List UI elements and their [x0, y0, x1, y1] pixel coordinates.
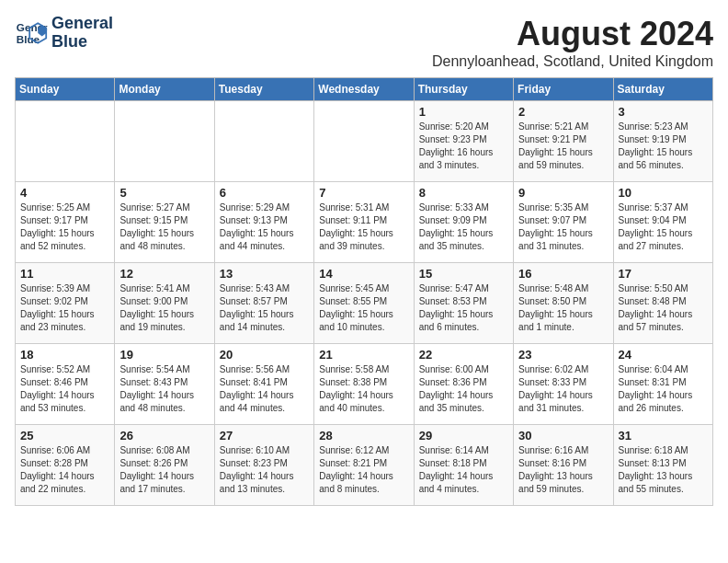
calendar-cell-w1-d2: [115, 101, 214, 182]
day-number: 13: [220, 267, 309, 281]
day-number: 21: [319, 348, 408, 362]
week-row-4: 18Sunrise: 5:52 AM Sunset: 8:46 PM Dayli…: [16, 344, 713, 425]
day-number: 14: [319, 267, 408, 281]
day-detail: Sunrise: 6:18 AM Sunset: 8:13 PM Dayligh…: [619, 444, 708, 496]
week-row-1: 1Sunrise: 5:20 AM Sunset: 9:23 PM Daylig…: [16, 101, 713, 182]
day-number: 29: [419, 429, 508, 442]
day-detail: Sunrise: 6:00 AM Sunset: 8:36 PM Dayligh…: [419, 363, 508, 415]
title-month: August 2024: [432, 15, 713, 53]
day-detail: Sunrise: 6:04 AM Sunset: 8:31 PM Dayligh…: [619, 363, 708, 415]
calendar-cell-w1-d6: 2Sunrise: 5:21 AM Sunset: 9:21 PM Daylig…: [514, 101, 613, 182]
calendar-cell-w5-d3: 27Sunrise: 6:10 AM Sunset: 8:23 PM Dayli…: [214, 425, 313, 506]
day-number: 31: [619, 429, 708, 442]
calendar-cell-w3-d1: 11Sunrise: 5:39 AM Sunset: 9:02 PM Dayli…: [16, 263, 115, 344]
day-detail: Sunrise: 5:27 AM Sunset: 9:15 PM Dayligh…: [119, 201, 209, 253]
day-detail: Sunrise: 5:50 AM Sunset: 8:48 PM Dayligh…: [619, 282, 708, 334]
day-number: 5: [119, 186, 209, 200]
day-detail: Sunrise: 5:58 AM Sunset: 8:38 PM Dayligh…: [319, 363, 408, 415]
calendar-cell-w3-d7: 17Sunrise: 5:50 AM Sunset: 8:48 PM Dayli…: [613, 263, 712, 344]
day-detail: Sunrise: 5:39 AM Sunset: 9:02 PM Dayligh…: [20, 282, 109, 334]
day-number: 28: [319, 429, 408, 442]
day-detail: Sunrise: 6:12 AM Sunset: 8:21 PM Dayligh…: [319, 444, 408, 496]
calendar-cell-w5-d2: 26Sunrise: 6:08 AM Sunset: 8:26 PM Dayli…: [115, 425, 214, 506]
calendar-cell-w2-d5: 8Sunrise: 5:33 AM Sunset: 9:09 PM Daylig…: [414, 182, 513, 263]
day-detail: Sunrise: 5:23 AM Sunset: 9:19 PM Dayligh…: [619, 121, 708, 172]
calendar-cell-w5-d5: 29Sunrise: 6:14 AM Sunset: 8:18 PM Dayli…: [414, 425, 513, 506]
day-detail: Sunrise: 5:20 AM Sunset: 9:23 PM Dayligh…: [419, 121, 508, 172]
week-row-3: 11Sunrise: 5:39 AM Sunset: 9:02 PM Dayli…: [16, 263, 713, 344]
calendar-cell-w1-d7: 3Sunrise: 5:23 AM Sunset: 9:19 PM Daylig…: [613, 101, 712, 182]
day-number: 3: [619, 105, 708, 119]
day-detail: Sunrise: 5:45 AM Sunset: 8:55 PM Dayligh…: [319, 282, 408, 334]
day-detail: Sunrise: 5:43 AM Sunset: 8:57 PM Dayligh…: [220, 282, 309, 334]
calendar-cell-w2-d2: 5Sunrise: 5:27 AM Sunset: 9:15 PM Daylig…: [115, 182, 214, 263]
calendar-cell-w3-d5: 15Sunrise: 5:47 AM Sunset: 8:53 PM Dayli…: [414, 263, 513, 344]
calendar-cell-w4-d5: 22Sunrise: 6:00 AM Sunset: 8:36 PM Dayli…: [414, 344, 513, 425]
day-detail: Sunrise: 5:41 AM Sunset: 9:00 PM Dayligh…: [119, 282, 209, 334]
header-row: Sunday Monday Tuesday Wednesday Thursday…: [16, 78, 713, 101]
day-detail: Sunrise: 6:06 AM Sunset: 8:28 PM Dayligh…: [20, 444, 109, 496]
title-block: August 2024 Dennyloanhead, Scotland, Uni…: [432, 15, 713, 70]
calendar-cell-w4-d2: 19Sunrise: 5:54 AM Sunset: 8:43 PM Dayli…: [115, 344, 214, 425]
day-number: 16: [518, 267, 608, 281]
calendar-cell-w3-d3: 13Sunrise: 5:43 AM Sunset: 8:57 PM Dayli…: [214, 263, 313, 344]
calendar-cell-w5-d7: 31Sunrise: 6:18 AM Sunset: 8:13 PM Dayli…: [613, 425, 712, 506]
day-number: 1: [419, 105, 508, 119]
calendar-cell-w3-d6: 16Sunrise: 5:48 AM Sunset: 8:50 PM Dayli…: [514, 263, 613, 344]
logo-text: General Blue: [51, 15, 113, 52]
calendar-cell-w4-d7: 24Sunrise: 6:04 AM Sunset: 8:31 PM Dayli…: [613, 344, 712, 425]
calendar-cell-w5-d6: 30Sunrise: 6:16 AM Sunset: 8:16 PM Dayli…: [514, 425, 613, 506]
day-detail: Sunrise: 5:31 AM Sunset: 9:11 PM Dayligh…: [319, 201, 408, 253]
day-detail: Sunrise: 5:56 AM Sunset: 8:41 PM Dayligh…: [220, 363, 309, 415]
logo: General Blue General Blue: [15, 15, 113, 52]
calendar-cell-w2-d7: 10Sunrise: 5:37 AM Sunset: 9:04 PM Dayli…: [613, 182, 712, 263]
week-row-2: 4Sunrise: 5:25 AM Sunset: 9:17 PM Daylig…: [16, 182, 713, 263]
day-number: 18: [20, 348, 109, 362]
day-detail: Sunrise: 6:02 AM Sunset: 8:33 PM Dayligh…: [518, 363, 608, 415]
day-detail: Sunrise: 5:54 AM Sunset: 8:43 PM Dayligh…: [119, 363, 209, 415]
day-number: 19: [119, 348, 209, 362]
day-detail: Sunrise: 5:29 AM Sunset: 9:13 PM Dayligh…: [220, 201, 309, 253]
header-sunday: Sunday: [16, 78, 115, 101]
header-saturday: Saturday: [613, 78, 712, 101]
day-number: 11: [20, 267, 109, 281]
day-detail: Sunrise: 6:10 AM Sunset: 8:23 PM Dayligh…: [220, 444, 309, 496]
title-location: Dennyloanhead, Scotland, United Kingdom: [432, 53, 713, 70]
day-number: 17: [619, 267, 708, 281]
calendar-cell-w4-d3: 20Sunrise: 5:56 AM Sunset: 8:41 PM Dayli…: [214, 344, 313, 425]
logo-line2: Blue: [51, 33, 113, 52]
day-number: 6: [220, 186, 309, 200]
day-detail: Sunrise: 5:35 AM Sunset: 9:07 PM Dayligh…: [518, 201, 608, 253]
day-number: 10: [619, 186, 708, 200]
header-tuesday: Tuesday: [214, 78, 313, 101]
day-number: 15: [419, 267, 508, 281]
day-detail: Sunrise: 6:16 AM Sunset: 8:16 PM Dayligh…: [518, 444, 608, 496]
calendar-cell-w2-d4: 7Sunrise: 5:31 AM Sunset: 9:11 PM Daylig…: [314, 182, 414, 263]
calendar-cell-w5-d4: 28Sunrise: 6:12 AM Sunset: 8:21 PM Dayli…: [314, 425, 414, 506]
header-wednesday: Wednesday: [314, 78, 414, 101]
page-header: General Blue General Blue August 2024 De…: [15, 15, 713, 70]
calendar-cell-w1-d4: [314, 101, 414, 182]
day-detail: Sunrise: 5:21 AM Sunset: 9:21 PM Dayligh…: [518, 121, 608, 172]
calendar-cell-w3-d4: 14Sunrise: 5:45 AM Sunset: 8:55 PM Dayli…: [314, 263, 414, 344]
day-number: 7: [319, 186, 408, 200]
day-number: 9: [518, 186, 608, 200]
logo-icon: General Blue: [15, 17, 48, 50]
day-number: 23: [518, 348, 608, 362]
day-detail: Sunrise: 6:14 AM Sunset: 8:18 PM Dayligh…: [419, 444, 508, 496]
calendar-cell-w4-d4: 21Sunrise: 5:58 AM Sunset: 8:38 PM Dayli…: [314, 344, 414, 425]
header-thursday: Thursday: [414, 78, 513, 101]
calendar-cell-w5-d1: 25Sunrise: 6:06 AM Sunset: 8:28 PM Dayli…: [16, 425, 115, 506]
calendar-cell-w2-d1: 4Sunrise: 5:25 AM Sunset: 9:17 PM Daylig…: [16, 182, 115, 263]
day-detail: Sunrise: 5:37 AM Sunset: 9:04 PM Dayligh…: [619, 201, 708, 253]
logo-line1: General: [51, 15, 113, 33]
day-number: 2: [518, 105, 608, 119]
calendar-cell-w2-d6: 9Sunrise: 5:35 AM Sunset: 9:07 PM Daylig…: [514, 182, 613, 263]
day-number: 24: [619, 348, 708, 362]
day-number: 20: [220, 348, 309, 362]
calendar-cell-w4-d6: 23Sunrise: 6:02 AM Sunset: 8:33 PM Dayli…: [514, 344, 613, 425]
day-detail: Sunrise: 5:47 AM Sunset: 8:53 PM Dayligh…: [419, 282, 508, 334]
day-number: 4: [20, 186, 109, 200]
week-row-5: 25Sunrise: 6:06 AM Sunset: 8:28 PM Dayli…: [16, 425, 713, 506]
day-detail: Sunrise: 5:48 AM Sunset: 8:50 PM Dayligh…: [518, 282, 608, 334]
